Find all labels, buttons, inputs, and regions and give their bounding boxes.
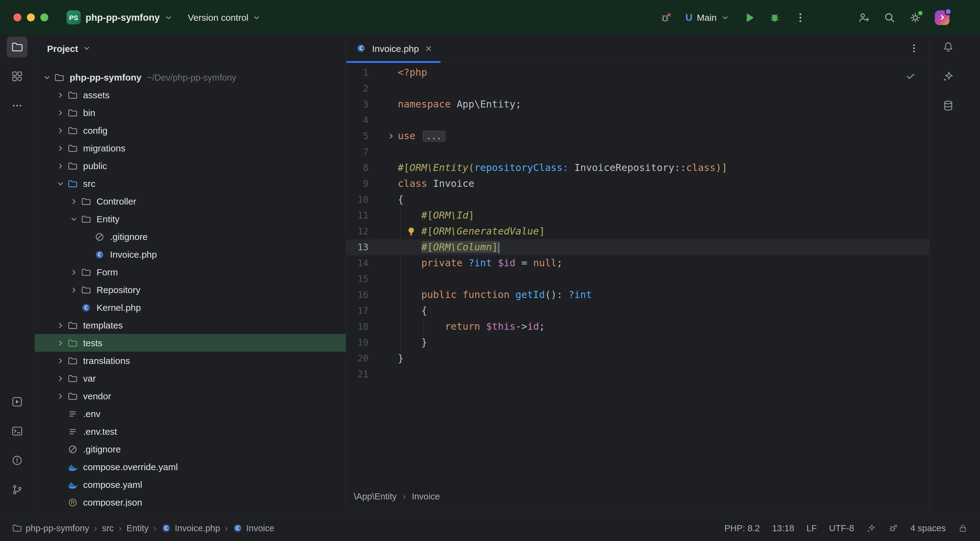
line-number[interactable]: 10 bbox=[347, 192, 368, 208]
zoom-window-button[interactable] bbox=[40, 13, 48, 21]
statusbar-crumb[interactable]: php-pp-symfony bbox=[12, 523, 89, 533]
statusbar-crumb[interactable]: src bbox=[102, 523, 114, 533]
debug-listener-off-icon[interactable] bbox=[660, 11, 672, 24]
line-number[interactable]: 1 bbox=[347, 65, 368, 81]
code-line-19[interactable]: 19 } bbox=[347, 335, 929, 351]
version-control-menu[interactable]: Version control bbox=[188, 12, 261, 22]
tree-item-kernel-php[interactable]: CKernel.php bbox=[35, 298, 346, 316]
settings-button[interactable] bbox=[909, 11, 921, 24]
tree-item-bin[interactable]: bin bbox=[35, 104, 346, 122]
code-line-9[interactable]: 9class Invoice bbox=[347, 176, 929, 192]
line-number[interactable]: 18 bbox=[347, 319, 368, 335]
terminal-tool-button[interactable] bbox=[7, 421, 27, 441]
chevron-right-icon[interactable] bbox=[54, 337, 67, 349]
line-number[interactable]: 11 bbox=[347, 208, 368, 224]
line-number[interactable]: 12 bbox=[347, 224, 368, 240]
close-tab-icon[interactable] bbox=[424, 44, 433, 53]
chevron-right-icon[interactable] bbox=[54, 354, 67, 366]
code-line-21[interactable]: 21 bbox=[347, 366, 929, 382]
code-line-17[interactable]: 17 { bbox=[347, 303, 929, 319]
line-number[interactable]: 4 bbox=[347, 113, 368, 128]
line-number[interactable]: 7 bbox=[347, 144, 368, 160]
project-widget[interactable]: PS php-pp-symfony bbox=[67, 10, 173, 24]
code-line-12[interactable]: 12 #[ORM\GeneratedValue] bbox=[347, 224, 929, 240]
code-line-3[interactable]: 3namespace App\Entity; bbox=[347, 97, 929, 113]
line-number[interactable]: 3 bbox=[347, 97, 368, 113]
debug-button[interactable] bbox=[768, 11, 781, 24]
chevron-right-icon[interactable] bbox=[54, 372, 67, 384]
run-button[interactable] bbox=[743, 11, 755, 24]
code-line-11[interactable]: 11 #[ORM\Id] bbox=[347, 208, 929, 224]
editor-options-kebab[interactable] bbox=[908, 43, 920, 54]
line-number[interactable]: 15 bbox=[347, 271, 368, 287]
code-editor[interactable]: 1<?php23namespace App\Entity;45use ...78… bbox=[347, 62, 929, 486]
more-tool-button[interactable] bbox=[7, 95, 27, 116]
line-number[interactable]: 16 bbox=[347, 287, 368, 303]
chevron-down-icon[interactable] bbox=[41, 71, 53, 83]
code-line-4[interactable]: 4 bbox=[347, 113, 929, 128]
chevron-right-icon[interactable] bbox=[54, 160, 67, 172]
chevron-down-icon[interactable] bbox=[54, 178, 67, 190]
line-number[interactable]: 2 bbox=[347, 81, 368, 97]
chevron-right-icon[interactable] bbox=[68, 284, 80, 296]
chevron-right-icon[interactable] bbox=[68, 195, 80, 207]
tree-item-controller[interactable]: Controller bbox=[35, 192, 346, 210]
tree-item-migrations[interactable]: migrations bbox=[35, 139, 346, 157]
tree-item-composer-json[interactable]: composer.json bbox=[35, 493, 346, 507]
code-line-1[interactable]: 1<?php bbox=[347, 65, 929, 81]
tree-item-invoice-php[interactable]: CInvoice.php bbox=[35, 246, 346, 263]
tree-item-config[interactable]: config bbox=[35, 122, 346, 139]
profile-avatar[interactable] bbox=[935, 10, 950, 25]
line-number[interactable]: 21 bbox=[347, 366, 368, 382]
tree-item-form[interactable]: Form bbox=[35, 263, 346, 281]
fold-marker-icon[interactable] bbox=[387, 132, 395, 140]
chevron-right-icon[interactable] bbox=[54, 142, 67, 154]
services-tool-button[interactable] bbox=[7, 392, 27, 412]
line-number[interactable]: 5 bbox=[347, 128, 368, 144]
chevron-right-icon[interactable] bbox=[54, 89, 67, 101]
more-actions-kebab[interactable] bbox=[794, 11, 807, 24]
tab-invoice-php[interactable]: C Invoice.php bbox=[347, 35, 440, 62]
line-number[interactable]: 20 bbox=[347, 351, 368, 366]
code-line-16[interactable]: 16 public function getId(): ?int bbox=[347, 287, 929, 303]
tree-item--env-test[interactable]: .env.test bbox=[35, 422, 346, 440]
code-line-8[interactable]: 8#[ORM\Entity(repositoryClass: InvoiceRe… bbox=[347, 160, 929, 176]
tree-item-public[interactable]: public bbox=[35, 157, 346, 175]
tree-item-vendor[interactable]: vendor bbox=[35, 387, 346, 405]
git-branch-widget[interactable]: U Main bbox=[686, 12, 730, 23]
code-with-me-button[interactable] bbox=[858, 11, 870, 24]
php-version-widget[interactable]: PHP: 8.2 bbox=[724, 523, 760, 533]
tree-item-templates[interactable]: templates bbox=[35, 316, 346, 334]
ai-assistant-status-icon[interactable] bbox=[866, 523, 876, 533]
tree-item-php-pp-symfony[interactable]: php-pp-symfony~/Dev/php-pp-symfony bbox=[35, 68, 346, 86]
chevron-down-icon[interactable] bbox=[68, 213, 80, 225]
chevron-right-icon[interactable] bbox=[54, 319, 67, 331]
minimize-window-button[interactable] bbox=[27, 13, 35, 21]
close-window-button[interactable] bbox=[13, 13, 21, 21]
statusbar-crumb[interactable]: CInvoice.php bbox=[161, 523, 220, 533]
breadcrumb-item[interactable]: Invoice bbox=[412, 491, 440, 501]
chevron-right-icon[interactable] bbox=[54, 390, 67, 402]
code-line-20[interactable]: 20} bbox=[347, 351, 929, 366]
tree-item-tests[interactable]: tests bbox=[35, 334, 346, 352]
ai-assistant-tool-button[interactable] bbox=[938, 66, 959, 87]
code-line-15[interactable]: 15 bbox=[347, 271, 929, 287]
code-line-2[interactable]: 2 bbox=[347, 81, 929, 97]
encoding-widget[interactable]: UTF-8 bbox=[829, 523, 854, 533]
notifications-tool-button[interactable] bbox=[938, 36, 959, 57]
intention-bulb-icon[interactable] bbox=[406, 227, 416, 236]
version-control-tool-button[interactable] bbox=[7, 479, 27, 500]
line-separator-widget[interactable]: LF bbox=[807, 523, 817, 533]
chevron-right-icon[interactable] bbox=[54, 124, 67, 136]
tree-item--gitignore[interactable]: .gitignore bbox=[35, 228, 346, 246]
line-number[interactable]: 14 bbox=[347, 255, 368, 271]
tree-item-translations[interactable]: translations bbox=[35, 352, 346, 370]
code-line-10[interactable]: 10{ bbox=[347, 192, 929, 208]
code-line-18[interactable]: 18 return $this->id; bbox=[347, 319, 929, 335]
breadcrumb-item[interactable]: \App\Entity bbox=[354, 491, 396, 501]
tree-item-compose-yaml[interactable]: compose.yaml bbox=[35, 476, 346, 493]
file-lock-icon[interactable] bbox=[958, 523, 968, 533]
code-line-13[interactable]: 13 #[ORM\Column] bbox=[347, 240, 929, 255]
caret-position-widget[interactable]: 13:18 bbox=[772, 523, 794, 533]
chevron-right-icon[interactable] bbox=[68, 266, 80, 278]
